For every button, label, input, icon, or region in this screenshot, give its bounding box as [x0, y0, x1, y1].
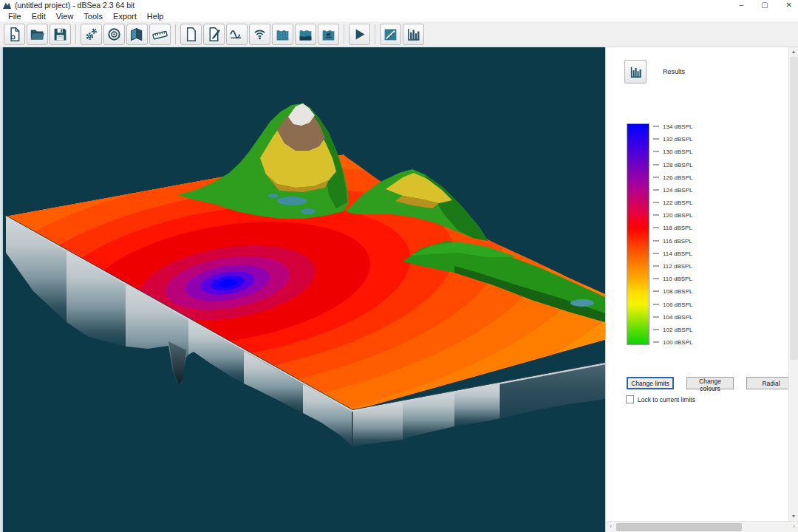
legend-tick: 106 dBSPL [653, 301, 692, 307]
results-button[interactable] [403, 24, 424, 45]
water-source-icon [321, 27, 336, 42]
legend-tick-mark [653, 228, 659, 228]
sound-field-3d-scene [0, 47, 605, 532]
menu-item-file[interactable]: File [3, 12, 27, 21]
edit-scenario-button[interactable] [203, 24, 225, 45]
legend-tick-label: 102 dBSPL [663, 326, 692, 332]
legend-tick: 128 dBSPL [653, 161, 692, 168]
water-seabed-icon [298, 27, 313, 42]
bathymetry-button[interactable] [126, 24, 148, 45]
minimize-button[interactable]: – [740, 0, 744, 10]
legend-tick-label: 132 dBSPL [663, 136, 692, 143]
water-seabed-button[interactable] [295, 24, 316, 45]
new-scenario-button[interactable] [180, 24, 202, 45]
new-scenario-icon [183, 27, 199, 42]
save-project-button[interactable] [50, 24, 71, 45]
viewport-left-border [0, 47, 3, 532]
legend-tick-mark [653, 304, 659, 304]
legend-tick-mark [653, 151, 659, 152]
window-title: (untitled project) - dBSea 2.3 64 bit [15, 1, 134, 10]
vertical-scroll-thumb[interactable] [790, 57, 798, 360]
legend-tick-mark [653, 202, 659, 203]
scroll-up-icon[interactable]: ▲ [789, 47, 798, 56]
lock-limits-checkbox[interactable] [626, 395, 634, 403]
legend-tick: 100 dBSPL [653, 339, 692, 346]
legend-tick-mark [653, 253, 659, 253]
app-logo-icon [2, 1, 12, 10]
toolbar-separator [175, 24, 176, 44]
legend-tick-label: 130 dBSPL [663, 149, 692, 155]
settings-icon [83, 27, 99, 42]
legend-tick-mark [653, 265, 659, 266]
legend-tick-label: 116 dBSPL [663, 237, 692, 244]
cross-section-button[interactable] [380, 24, 401, 45]
menu-item-help[interactable]: Help [142, 12, 169, 21]
scroll-right-icon[interactable]: › [789, 522, 798, 532]
water-surface-button[interactable] [272, 24, 293, 45]
legend-tick-label: 112 dBSPL [663, 262, 692, 269]
menu-bar: FileEditViewToolsExportHelp [0, 10, 798, 21]
save-project-icon [52, 27, 68, 42]
panel-horizontal-scrollbar[interactable]: ‹ › [606, 521, 798, 532]
legend-tick-label: 134 dBSPL [663, 123, 692, 130]
scroll-left-icon[interactable]: ‹ [606, 522, 615, 532]
title-bar: (untitled project) - dBSea 2.3 64 bit – … [0, 0, 798, 10]
settings-button[interactable] [81, 24, 102, 45]
solve-icon [352, 27, 367, 42]
open-project-button[interactable] [27, 24, 48, 45]
view-options-button[interactable] [103, 24, 125, 45]
legend-tick-label: 128 dBSPL [663, 161, 692, 168]
results-panel-title: Results [663, 68, 685, 75]
bar-chart-icon [629, 65, 643, 79]
legend-tick: 112 dBSPL [653, 262, 692, 269]
water-surface-icon [275, 27, 290, 42]
sources-button[interactable] [249, 24, 270, 45]
3d-viewport[interactable] [0, 47, 605, 532]
lock-limits-label: Lock to current limits [638, 396, 695, 403]
legend-tick-mark [653, 342, 659, 343]
legend-tick: 102 dBSPL [653, 326, 692, 332]
close-button[interactable]: ✕ [786, 0, 792, 10]
legend-tick: 108 dBSPL [653, 288, 692, 295]
legend-tick-label: 114 dBSPL [663, 250, 692, 256]
legend-tick: 116 dBSPL [653, 237, 692, 244]
legend-tick-label: 104 dBSPL [663, 313, 692, 320]
legend-tick: 134 dBSPL [653, 123, 692, 130]
change-limits-button[interactable]: Change limits [627, 377, 674, 389]
spectrum-button[interactable] [226, 24, 248, 45]
results-button[interactable] [624, 60, 647, 83]
change-colours-button[interactable]: Change colours [686, 377, 734, 389]
results-icon [406, 27, 421, 42]
legend-tick-mark [653, 279, 659, 279]
menu-item-export[interactable]: Export [108, 12, 142, 21]
legend-tick-mark [653, 189, 659, 190]
legend-tick-label: 108 dBSPL [663, 288, 692, 295]
maximize-button[interactable]: ▢ [761, 0, 768, 10]
toolbar-separator [375, 24, 375, 44]
legend-tick: 118 dBSPL [653, 225, 692, 231]
measure-button[interactable] [149, 24, 171, 45]
toolbar [0, 21, 798, 47]
toolbar-separator [344, 24, 344, 44]
legend-tick-label: 126 dBSPL [663, 174, 692, 180]
legend-tick: 124 dBSPL [653, 186, 692, 193]
solve-button[interactable] [349, 24, 370, 45]
menu-item-tools[interactable]: Tools [78, 12, 108, 21]
color-scale-ticks: 134 dBSPL132 dBSPL130 dBSPL128 dBSPL126 … [653, 123, 771, 345]
horizontal-scroll-thumb[interactable] [616, 523, 742, 531]
new-project-icon [7, 27, 22, 42]
legend-tick-label: 120 dBSPL [663, 212, 692, 219]
panel-vertical-scrollbar[interactable]: ▲ ▼ [788, 47, 798, 521]
water-source-button[interactable] [318, 24, 339, 45]
legend-tick-label: 106 dBSPL [663, 301, 692, 307]
scroll-down-icon[interactable]: ▼ [789, 512, 798, 521]
bathymetry-icon [129, 27, 145, 42]
legend-tick: 126 dBSPL [653, 174, 692, 180]
menu-item-view[interactable]: View [51, 12, 79, 21]
menu-item-edit[interactable]: Edit [27, 12, 51, 21]
legend-tick-mark [653, 240, 659, 241]
legend-tick-mark [653, 215, 659, 216]
legend-tick-mark [653, 164, 659, 165]
new-project-button[interactable] [4, 24, 25, 45]
spectrum-icon [229, 27, 245, 42]
